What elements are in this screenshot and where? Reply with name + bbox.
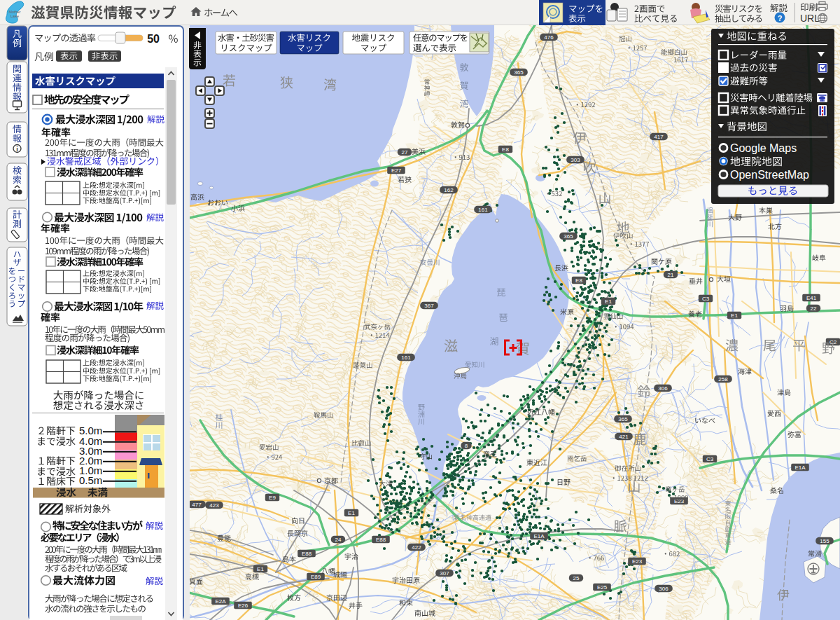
svg-text:E1: E1 (605, 298, 612, 305)
svg-text:E1A: E1A (533, 533, 545, 539)
svg-text:E88: E88 (302, 551, 312, 557)
svg-text:?: ? (778, 14, 783, 22)
svg-text:24: 24 (335, 537, 342, 543)
svg-text:E8: E8 (575, 277, 582, 284)
svg-text:421: 421 (619, 434, 629, 440)
svg-text:367: 367 (424, 303, 434, 309)
svg-text:E41: E41 (806, 295, 817, 301)
svg-text:E27: E27 (391, 167, 402, 174)
svg-text:417: 417 (654, 134, 664, 140)
svg-text:0.5m: 0.5m (79, 474, 102, 486)
svg-text:C3: C3 (702, 296, 710, 302)
svg-text:306: 306 (658, 385, 668, 392)
svg-text:E89: E89 (311, 574, 321, 580)
svg-text:C3: C3 (706, 456, 714, 462)
svg-text:21: 21 (668, 272, 674, 278)
svg-text:E1A: E1A (794, 464, 806, 471)
svg-text:E1: E1 (731, 312, 738, 319)
svg-text:E8: E8 (502, 146, 509, 153)
svg-text:URL: URL (800, 13, 820, 24)
svg-text:258: 258 (718, 376, 728, 383)
svg-text:161: 161 (478, 207, 488, 213)
svg-text:E25: E25 (597, 584, 608, 591)
svg-text:306: 306 (659, 586, 668, 592)
svg-text:307: 307 (440, 570, 449, 577)
svg-text:E9: E9 (269, 495, 276, 501)
svg-text:50: 50 (147, 33, 160, 45)
svg-text:477: 477 (192, 502, 202, 508)
svg-text:365: 365 (564, 233, 573, 240)
svg-text:476: 476 (544, 34, 554, 41)
svg-text:8: 8 (465, 443, 468, 449)
svg-text:303: 303 (570, 157, 580, 163)
svg-text:27: 27 (402, 149, 408, 156)
svg-text:Google Maps: Google Maps (730, 142, 797, 154)
svg-text:365: 365 (618, 416, 628, 422)
svg-text:E88: E88 (376, 537, 386, 543)
svg-text:E2A: E2A (215, 598, 226, 605)
svg-text:E1: E1 (348, 510, 355, 516)
svg-text:155: 155 (820, 538, 830, 544)
svg-text:422: 422 (412, 544, 421, 551)
svg-text:22: 22 (811, 305, 817, 312)
svg-text:i: i (16, 146, 18, 153)
svg-text:E23: E23 (632, 558, 643, 565)
svg-text:365: 365 (514, 69, 524, 76)
svg-text:E1: E1 (257, 566, 264, 572)
svg-text:423: 423 (209, 502, 219, 509)
svg-text:25: 25 (573, 575, 580, 581)
svg-text:E26: E26 (238, 602, 248, 609)
svg-text:161: 161 (401, 354, 411, 361)
svg-text:162: 162 (444, 187, 454, 193)
svg-text:OpenStreetMap: OpenStreetMap (730, 169, 809, 181)
svg-text:Lake: Lake (10, 14, 19, 18)
